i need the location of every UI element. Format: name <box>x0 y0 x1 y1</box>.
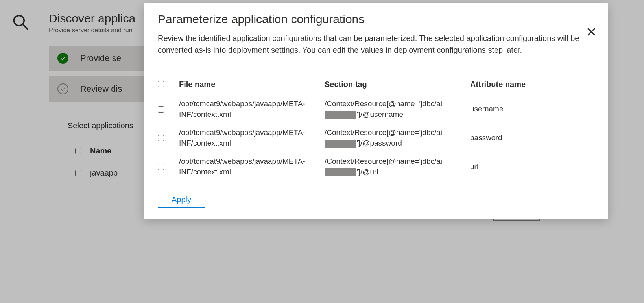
config-header-row: File name Section tag Attribute name <box>158 76 594 95</box>
col-attribute-name: Attribute name <box>470 80 594 89</box>
config-row: /opt/tomcat9/webapps/javaapp/META-INF/co… <box>158 124 594 152</box>
close-icon[interactable]: ✕ <box>586 25 597 39</box>
attribute-name-cell: url <box>470 162 594 172</box>
section-tag-cell: /Context/Resource[@name='jdbc/ai']/@pass… <box>325 127 470 148</box>
parameterize-modal: ✕ Parameterize application configuration… <box>144 3 608 219</box>
config-table: File name Section tag Attribute name /op… <box>158 76 594 181</box>
attribute-name-cell: password <box>470 133 594 143</box>
section-tag-cell: /Context/Resource[@name='jdbc/ai']/@user… <box>325 99 470 120</box>
attribute-name-cell: username <box>470 104 594 115</box>
modal-title: Parameterize application configurations <box>158 13 594 26</box>
file-name-cell: /opt/tomcat9/webapps/javaapp/META-INF/co… <box>179 156 325 177</box>
select-all-config-checkbox[interactable] <box>158 81 164 87</box>
config-row: /opt/tomcat9/webapps/javaapp/META-INF/co… <box>158 95 594 124</box>
config-row-checkbox[interactable] <box>158 135 164 141</box>
file-name-cell: /opt/tomcat9/webapps/javaapp/META-INF/co… <box>179 99 325 120</box>
config-row-checkbox[interactable] <box>158 164 164 170</box>
section-tag-cell: /Context/Resource[@name='jdbc/ai']/@url <box>325 156 470 177</box>
modal-description: Review the identified application config… <box>158 32 583 56</box>
apply-button[interactable]: Apply <box>158 192 205 208</box>
col-section-tag: Section tag <box>325 80 470 89</box>
col-file-name: File name <box>179 80 325 89</box>
config-row-checkbox[interactable] <box>158 106 164 113</box>
file-name-cell: /opt/tomcat9/webapps/javaapp/META-INF/co… <box>179 127 325 148</box>
redacted-text <box>325 168 356 176</box>
redacted-text <box>325 111 356 119</box>
config-row: /opt/tomcat9/webapps/javaapp/META-INF/co… <box>158 152 594 181</box>
redacted-text <box>325 140 356 148</box>
